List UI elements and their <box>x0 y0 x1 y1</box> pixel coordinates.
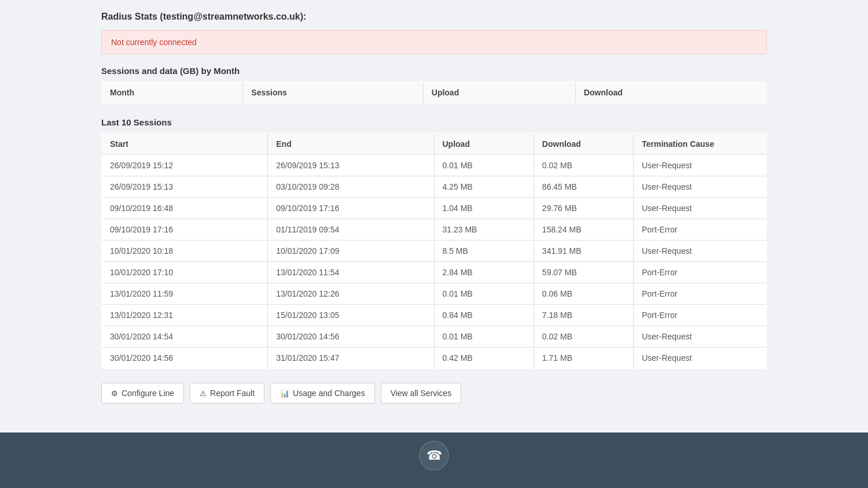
view-all-services-label: View all Services <box>391 389 452 398</box>
cell-start: 30/01/2020 14:54 <box>102 326 268 347</box>
table-row: 26/09/2019 15:13 03/10/2019 09:28 4.25 M… <box>102 176 767 198</box>
cell-end: 10/01/2020 17:09 <box>268 241 434 262</box>
cell-download: 158.24 MB <box>534 219 633 241</box>
table-row: 13/01/2020 11:59 13/01/2020 12:26 0.01 M… <box>102 283 767 305</box>
cell-start: 26/09/2019 15:13 <box>102 176 268 198</box>
page-title: Radius Stats (testing@streamnetworks.co.… <box>101 12 767 22</box>
chart-icon: 📊 <box>280 389 289 398</box>
table-row: 09/10/2019 17:16 01/11/2019 09:54 31.23 … <box>102 219 767 241</box>
monthly-col-upload: Upload <box>423 82 575 103</box>
cell-upload: 0.01 MB <box>434 283 534 305</box>
cell-start: 13/01/2020 12:31 <box>102 305 268 326</box>
cell-upload: 0.01 MB <box>434 155 534 176</box>
cell-download: 1.71 MB <box>534 347 633 369</box>
cell-download: 59.07 MB <box>534 262 633 283</box>
view-all-services-button[interactable]: View all Services <box>381 383 462 404</box>
cell-download: 341.91 MB <box>534 241 633 262</box>
footer-inner: Links StreamNet Home About Us Accounts B… <box>101 486 767 488</box>
cell-download: 86.45 MB <box>534 176 633 198</box>
action-buttons: ⚙ Configure Line ⚠ Report Fault 📊 Usage … <box>101 383 767 404</box>
footer-top-bar: ☎ <box>101 456 767 486</box>
last-sessions-title: Last 10 Sessions <box>101 117 767 127</box>
col-upload: Upload <box>434 134 534 155</box>
cell-cause: User-Request <box>634 155 767 176</box>
cell-cause: Port-Error <box>634 262 767 283</box>
gear-icon: ⚙ <box>111 389 118 398</box>
cell-download: 29.76 MB <box>534 198 633 219</box>
cell-start: 09/10/2019 17:16 <box>102 219 268 241</box>
cell-end: 26/09/2019 15:13 <box>268 155 434 176</box>
col-end: End <box>268 134 434 155</box>
table-row: 13/01/2020 12:31 15/01/2020 13:05 0.84 M… <box>102 305 767 326</box>
cell-end: 30/01/2020 14:56 <box>268 326 434 347</box>
cell-download: 0.02 MB <box>534 155 633 176</box>
cell-end: 15/01/2020 13:05 <box>268 305 434 326</box>
cell-end: 01/11/2019 09:54 <box>268 219 434 241</box>
cell-end: 31/01/2020 15:47 <box>268 347 434 369</box>
cell-cause: Port-Error <box>634 219 767 241</box>
sessions-data-title: Sessions and data (GB) by Month <box>101 66 767 76</box>
cell-upload: 2.84 MB <box>434 262 534 283</box>
configure-line-label: Configure Line <box>122 389 174 398</box>
report-fault-label: Report Fault <box>210 389 255 398</box>
table-row: 30/01/2020 14:54 30/01/2020 14:56 0.01 M… <box>102 326 767 347</box>
table-row: 09/10/2019 16:48 09/10/2019 17:16 1.04 M… <box>102 198 767 219</box>
cell-upload: 8.5 MB <box>434 241 534 262</box>
cell-start: 10/01/2020 10:18 <box>102 241 268 262</box>
cell-download: 0.06 MB <box>534 283 633 305</box>
cell-start: 26/09/2019 15:12 <box>102 155 268 176</box>
table-row: 26/09/2019 15:12 26/09/2019 15:13 0.01 M… <box>102 155 767 176</box>
footer: ☎ Links StreamNet Home About Us Accounts… <box>0 432 868 488</box>
cell-end: 03/10/2019 09:28 <box>268 176 434 198</box>
cell-upload: 4.25 MB <box>434 176 534 198</box>
cell-cause: User-Request <box>634 176 767 198</box>
col-start: Start <box>102 134 268 155</box>
cell-cause: User-Request <box>634 347 767 369</box>
sessions-table: Start End Upload Download Termination Ca… <box>101 133 767 369</box>
table-row: 10/01/2020 10:18 10/01/2020 17:09 8.5 MB… <box>102 241 767 262</box>
monthly-col-sessions: Sessions <box>243 82 423 103</box>
alert-box: Not currently connected <box>101 30 767 54</box>
configure-line-button[interactable]: ⚙ Configure Line <box>101 383 184 404</box>
col-cause: Termination Cause <box>634 134 767 155</box>
cell-start: 30/01/2020 14:56 <box>102 347 268 369</box>
cell-download: 0.02 MB <box>534 326 633 347</box>
alert-icon: ⚠ <box>200 389 207 398</box>
cell-end: 09/10/2019 17:16 <box>268 198 434 219</box>
phone-icon: ☎ <box>426 448 442 463</box>
page-wrapper: Radius Stats (testing@streamnetworks.co.… <box>0 0 868 488</box>
report-fault-button[interactable]: ⚠ Report Fault <box>190 383 264 404</box>
usage-charges-label: Usage and Charges <box>293 389 365 398</box>
footer-columns: Links StreamNet Home About Us Accounts B… <box>101 486 767 488</box>
cell-upload: 1.04 MB <box>434 198 534 219</box>
col-download: Download <box>534 134 633 155</box>
phone-circle: ☎ <box>419 441 449 471</box>
cell-end: 13/01/2020 12:26 <box>268 283 434 305</box>
monthly-table: Month Sessions Upload Download <box>101 82 767 103</box>
cell-cause: User-Request <box>634 326 767 347</box>
cell-start: 09/10/2019 16:48 <box>102 198 268 219</box>
monthly-col-month: Month <box>102 82 243 103</box>
cell-cause: User-Request <box>634 241 767 262</box>
cell-cause: Port-Error <box>634 283 767 305</box>
table-row: 10/01/2020 17:10 13/01/2020 11:54 2.84 M… <box>102 262 767 283</box>
cell-download: 7.18 MB <box>534 305 633 326</box>
cell-end: 13/01/2020 11:54 <box>268 262 434 283</box>
cell-upload: 0.01 MB <box>434 326 534 347</box>
cell-cause: Port-Error <box>634 305 767 326</box>
alert-text: Not currently connected <box>111 38 197 47</box>
main-content: Radius Stats (testing@streamnetworks.co.… <box>0 0 868 432</box>
cell-cause: User-Request <box>634 198 767 219</box>
table-row: 30/01/2020 14:56 31/01/2020 15:47 0.42 M… <box>102 347 767 369</box>
cell-start: 10/01/2020 17:10 <box>102 262 268 283</box>
cell-upload: 0.84 MB <box>434 305 534 326</box>
cell-upload: 0.42 MB <box>434 347 534 369</box>
monthly-col-download: Download <box>575 82 766 103</box>
usage-charges-button[interactable]: 📊 Usage and Charges <box>270 383 375 404</box>
cell-upload: 31.23 MB <box>434 219 534 241</box>
cell-start: 13/01/2020 11:59 <box>102 283 268 305</box>
